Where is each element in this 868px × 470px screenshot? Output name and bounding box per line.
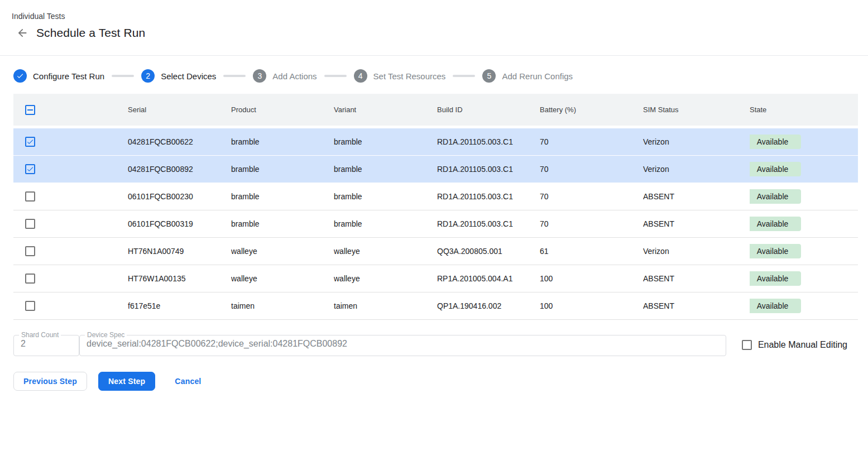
table-row[interactable]: 06101FQCB00319 bramble bramble RD1A.2011… (13, 210, 858, 238)
cell-battery: 70 (540, 219, 643, 228)
cell-battery: 100 (540, 274, 643, 283)
cell-battery: 61 (540, 247, 643, 256)
cancel-button[interactable]: Cancel (166, 372, 210, 391)
back-button[interactable] (16, 26, 29, 40)
enable-manual-editing[interactable]: Enable Manual Editing (742, 340, 847, 350)
step-label: Set Test Resources (373, 71, 446, 81)
cell-battery: 70 (540, 137, 643, 146)
state-badge: Available (750, 162, 801, 176)
stepper-step-add-rerun-configs[interactable]: 5Add Rerun Configs (482, 69, 573, 83)
step-label: Select Devices (161, 71, 216, 81)
stepper-step-select-devices[interactable]: 2Select Devices (141, 69, 216, 83)
column-header-serial: Serial (128, 105, 231, 114)
table-row[interactable]: 04281FQCB00892 bramble bramble RD1A.2011… (13, 156, 858, 183)
step-label: Configure Test Run (33, 71, 104, 81)
cell-sim-status: ABSENT (643, 219, 750, 228)
state-badge: Available (750, 135, 801, 149)
stepper-step-add-actions[interactable]: 3Add Actions (253, 69, 316, 83)
table-row[interactable]: f617e51e taimen taimen QP1A.190416.002 1… (13, 292, 858, 320)
table-row[interactable]: 04281FQCB00622 bramble bramble RD1A.2011… (13, 128, 858, 156)
cell-serial: HT76W1A00135 (128, 274, 231, 283)
device-table-body: 04281FQCB00622 bramble bramble RD1A.2011… (13, 128, 858, 320)
table-row[interactable]: HT76W1A00135 walleye walleye RP1A.201005… (13, 265, 858, 292)
step-number: 2 (141, 69, 155, 83)
cell-sim-status: Verizon (643, 165, 750, 174)
cell-build-id: QP1A.190416.002 (437, 301, 540, 310)
select-all-checkbox[interactable] (25, 105, 35, 115)
shard-count-field[interactable]: Shard Count (13, 332, 79, 356)
step-connector (453, 75, 475, 77)
cell-variant: walleye (334, 247, 437, 256)
cell-battery: 100 (540, 301, 643, 310)
cell-sim-status: ABSENT (643, 274, 750, 283)
cell-product: bramble (231, 192, 334, 201)
cell-product: bramble (231, 137, 334, 146)
device-spec-input[interactable] (80, 338, 726, 354)
column-header-variant: Variant (334, 105, 437, 114)
cell-sim-status: Verizon (643, 137, 750, 146)
cell-variant: taimen (334, 301, 437, 310)
cell-variant: walleye (334, 274, 437, 283)
step-number: 5 (482, 69, 496, 83)
footer-form: Shard Count Device Spec Enable Manual Ed… (13, 332, 847, 356)
state-badge: Available (750, 299, 801, 313)
column-header-battery: Battery (%) (540, 105, 643, 114)
cell-product: walleye (231, 247, 334, 256)
manual-editing-label: Enable Manual Editing (758, 340, 847, 350)
row-checkbox[interactable] (25, 246, 35, 256)
cell-sim-status: Verizon (643, 247, 750, 256)
page-header: Individual Tests Schedule a Test Run (0, 0, 868, 56)
cell-battery: 70 (540, 192, 643, 201)
device-spec-label: Device Spec (85, 332, 127, 338)
column-header-product: Product (231, 105, 334, 114)
step-number: 3 (253, 69, 266, 83)
cell-serial: f617e51e (128, 301, 231, 310)
previous-step-button[interactable]: Previous Step (13, 372, 87, 391)
state-badge: Available (750, 244, 801, 258)
cell-serial: HT76N1A00749 (128, 247, 231, 256)
row-checkbox[interactable] (25, 137, 35, 147)
row-checkbox[interactable] (25, 164, 35, 174)
cell-battery: 70 (540, 165, 643, 174)
row-checkbox[interactable] (25, 219, 35, 229)
step-connector (112, 75, 134, 77)
next-step-button[interactable]: Next Step (98, 372, 155, 391)
step-number: 4 (354, 69, 367, 83)
cell-serial: 04281FQCB00622 (128, 137, 231, 146)
cell-product: bramble (231, 165, 334, 174)
cell-variant: bramble (334, 137, 437, 146)
step-label: Add Actions (272, 71, 316, 81)
cell-build-id: RD1A.201105.003.C1 (437, 137, 540, 146)
cell-sim-status: ABSENT (643, 301, 750, 310)
action-buttons: Previous Step Next Step Cancel (13, 372, 868, 391)
row-checkbox[interactable] (25, 274, 35, 284)
shard-count-input[interactable] (14, 338, 79, 354)
row-checkbox[interactable] (25, 301, 35, 311)
check-icon (13, 69, 27, 83)
row-checkbox[interactable] (25, 191, 35, 202)
table-row[interactable]: 06101FQCB00230 bramble bramble RD1A.2011… (13, 183, 858, 210)
cell-build-id: RD1A.201105.003.C1 (437, 219, 540, 228)
cell-sim-status: ABSENT (643, 192, 750, 201)
shard-count-label: Shard Count (19, 332, 61, 338)
cell-serial: 04281FQCB00892 (128, 165, 231, 174)
page-title: Schedule a Test Run (36, 26, 145, 40)
cell-build-id: QQ3A.200805.001 (437, 247, 540, 256)
cell-serial: 06101FQCB00230 (128, 192, 231, 201)
column-header-build-id: Build ID (437, 105, 540, 114)
stepper-step-configure-test-run[interactable]: Configure Test Run (13, 69, 104, 83)
cell-variant: bramble (334, 165, 437, 174)
stepper: Configure Test Run2Select Devices3Add Ac… (0, 56, 868, 94)
cell-product: taimen (231, 301, 334, 310)
step-connector (223, 75, 246, 77)
cell-build-id: RD1A.201105.003.C1 (437, 165, 540, 174)
breadcrumb: Individual Tests (12, 11, 868, 21)
table-row[interactable]: HT76N1A00749 walleye walleye QQ3A.200805… (13, 238, 858, 265)
manual-editing-checkbox[interactable] (742, 340, 752, 350)
stepper-step-set-test-resources[interactable]: 4Set Test Resources (354, 69, 446, 83)
cell-build-id: RD1A.201105.003.C1 (437, 192, 540, 201)
device-spec-field[interactable]: Device Spec (79, 332, 726, 356)
cell-build-id: RP1A.201005.004.A1 (437, 274, 540, 283)
cell-serial: 06101FQCB00319 (128, 219, 231, 228)
arrow-back-icon (16, 27, 28, 39)
